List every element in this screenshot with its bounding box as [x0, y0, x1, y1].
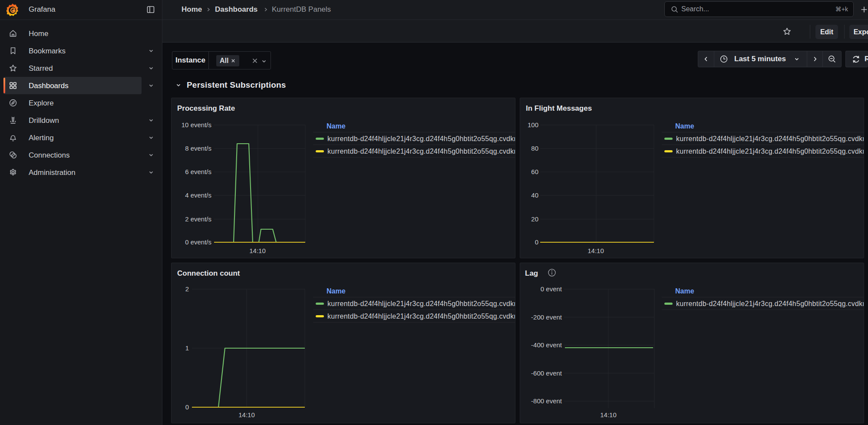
svg-text:14:10: 14:10	[587, 247, 604, 254]
svg-text:40: 40	[531, 191, 538, 199]
svg-text:14:10: 14:10	[600, 411, 617, 418]
svg-text:4 event/s: 4 event/s	[185, 191, 211, 199]
svg-text:0 event/s: 0 event/s	[185, 238, 211, 246]
svg-text:-200 event: -200 event	[531, 313, 562, 321]
svg-text:1: 1	[185, 344, 189, 352]
svg-text:-800 event: -800 event	[531, 397, 562, 405]
svg-text:-400 event: -400 event	[531, 341, 562, 349]
svg-text:0: 0	[185, 403, 189, 411]
svg-text:2: 2	[185, 285, 189, 293]
svg-text:2 event/s: 2 event/s	[185, 215, 211, 223]
svg-text:20: 20	[531, 215, 538, 223]
svg-text:10 event/s: 10 event/s	[182, 121, 211, 128]
svg-text:80: 80	[531, 145, 538, 152]
svg-text:0: 0	[535, 238, 538, 246]
svg-text:6 event/s: 6 event/s	[185, 168, 211, 175]
svg-text:-600 event: -600 event	[531, 369, 562, 377]
svg-text:14:10: 14:10	[238, 411, 255, 418]
svg-text:0 event: 0 event	[541, 285, 562, 293]
svg-text:100: 100	[528, 121, 538, 128]
svg-text:14:10: 14:10	[249, 247, 266, 254]
svg-text:8 event/s: 8 event/s	[185, 145, 211, 152]
svg-text:60: 60	[531, 168, 538, 175]
